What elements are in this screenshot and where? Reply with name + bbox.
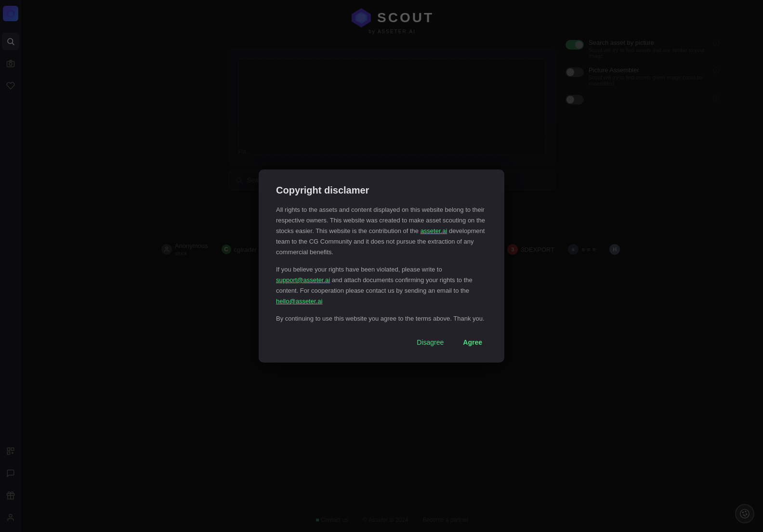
modal-link-asseter[interactable]: asseter.ai (421, 227, 447, 234)
modal-paragraph2: If you believe your rights have been vio… (276, 264, 487, 307)
modal-paragraph3: By continuing to use this website you ag… (276, 313, 487, 324)
copyright-modal: Copyright disclamer All rights to the as… (259, 169, 504, 363)
agree-button[interactable]: Agree (458, 336, 487, 349)
modal-actions: Disagree Agree (276, 336, 487, 349)
modal-link-hello[interactable]: hello@asseter.ai (276, 298, 322, 305)
modal-body: All rights to the assets and content dis… (276, 205, 487, 324)
modal-title: Copyright disclamer (276, 185, 487, 196)
modal-link-support[interactable]: support@asseter.ai (276, 276, 330, 284)
modal-paragraph1: All rights to the assets and content dis… (276, 205, 487, 258)
disagree-button[interactable]: Disagree (412, 336, 448, 349)
modal-overlay: Copyright disclamer All rights to the as… (0, 0, 763, 532)
